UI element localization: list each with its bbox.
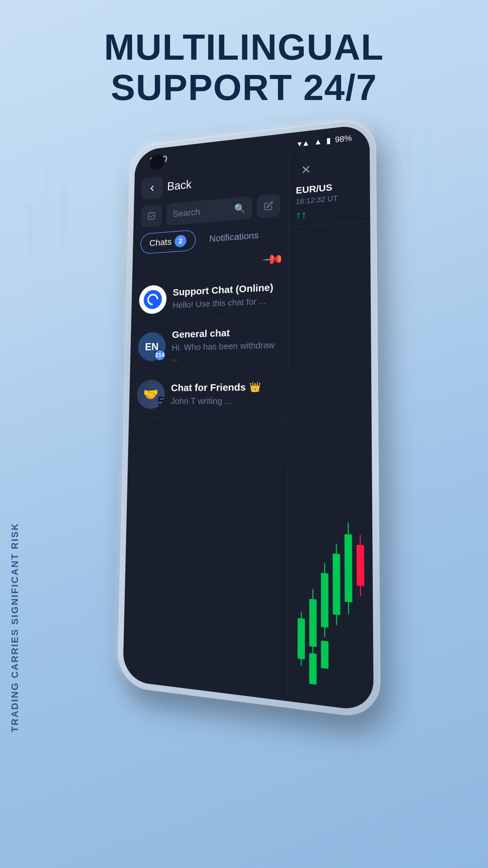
avatar-support: [139, 284, 167, 314]
chat-info-friends: Chat for Friends 👑 John T writing ...: [171, 381, 280, 406]
avatar-friends: 🤝 5: [137, 379, 165, 409]
chat-info-support: Support Chat (Online) Hello! Use this ch…: [172, 281, 280, 310]
svg-rect-18: [424, 129, 430, 183]
svg-rect-25: [309, 599, 317, 647]
headline: MULTILINGUAL SUPPORT 24/7: [0, 27, 488, 108]
chat-item-support[interactable]: Support Chat (Online) Hello! Use this ch…: [131, 270, 288, 323]
svg-rect-4: [46, 163, 48, 176]
tab-chats-label: Chats: [149, 237, 172, 248]
friends-badge: 5: [158, 394, 165, 409]
phone-device: 9:30 ▾▲ ▲ ▮ 98%: [117, 117, 381, 720]
friends-avatar-emoji: 🤝: [143, 387, 159, 402]
app-content: Back Search 🔍: [123, 145, 374, 706]
phone-outer-shell: 9:30 ▾▲ ▲ ▮ 98%: [117, 117, 381, 720]
chat-preview-general: Hi. Who has been withdraw ...: [171, 340, 280, 363]
chat-preview-friends: John T writing ...: [171, 395, 280, 406]
status-icons: ▾▲ ▲ ▮ 98%: [298, 133, 352, 149]
chat-list: Support Chat (Online) Hello! Use this ch…: [123, 270, 289, 695]
compose-button[interactable]: [257, 194, 280, 218]
candle-chart: [287, 221, 374, 706]
support-logo: [143, 290, 162, 310]
svg-rect-34: [345, 534, 352, 603]
back-button[interactable]: [141, 176, 163, 200]
battery-percentage: 98%: [335, 133, 352, 144]
svg-rect-12: [390, 119, 396, 180]
chats-badge: 2: [175, 235, 186, 248]
svg-rect-2: [29, 244, 32, 258]
battery-icon: ▮: [326, 136, 331, 145]
tab-chats[interactable]: Chats 2: [140, 230, 196, 254]
avatar-general: EN 214: [138, 332, 166, 361]
chat-info-general: General chat Hi. Who has been withdraw .…: [171, 326, 280, 363]
svg-rect-3: [44, 176, 50, 231]
chat-preview-support: Hello! Use this chat for ...: [172, 295, 280, 310]
back-label: Back: [167, 178, 192, 194]
support-logo-inner: [145, 292, 161, 308]
svg-rect-41: [321, 640, 329, 669]
general-badge: 214: [154, 349, 165, 361]
svg-rect-22: [298, 618, 305, 659]
trading-panel: ✕ EUR/US 16:12:32 UT ↑↑: [287, 145, 374, 706]
svg-rect-40: [309, 653, 317, 685]
headline-line1: MULTILINGUAL: [0, 27, 488, 67]
close-icon: ✕: [301, 162, 311, 177]
trading-header: ✕ EUR/US 16:12:32 UT ↑↑: [289, 145, 370, 228]
signal-icon: ▲: [314, 137, 322, 147]
svg-rect-19: [426, 112, 428, 129]
search-icon: 🔍: [234, 202, 246, 214]
chat-name-friends: Chat for Friends 👑: [171, 381, 279, 393]
trend-arrows-icon: ↑↑: [296, 204, 363, 222]
svg-rect-0: [27, 203, 33, 244]
close-button[interactable]: ✕: [296, 159, 317, 181]
svg-rect-6: [61, 197, 67, 231]
tab-notifications-label: Notifications: [209, 230, 259, 244]
side-disclaimer: TRADING CARRIES SIGNIFICANT RISK: [9, 522, 20, 732]
headline-line2: SUPPORT 24/7: [0, 67, 488, 108]
svg-rect-16: [409, 129, 411, 142]
svg-rect-7: [63, 183, 65, 197]
svg-rect-31: [333, 553, 341, 615]
checkbox-button[interactable]: [141, 204, 162, 228]
svg-rect-1: [29, 186, 32, 197]
svg-rect-37: [357, 545, 364, 586]
svg-rect-28: [321, 573, 328, 628]
search-placeholder: Search: [172, 204, 230, 219]
svg-rect-17: [409, 183, 411, 198]
svg-rect-8: [63, 231, 65, 251]
svg-rect-5: [46, 231, 48, 248]
chat-panel: Back Search 🔍: [123, 154, 289, 695]
chat-name-support: Support Chat (Online): [172, 281, 280, 298]
svg-rect-20: [426, 183, 428, 202]
crown-icon: 👑: [249, 381, 261, 393]
phone-screen: 9:30 ▾▲ ▲ ▮ 98%: [123, 124, 373, 712]
svg-rect-14: [392, 180, 394, 200]
wifi-icon: ▾▲: [298, 138, 310, 149]
chat-item-friends[interactable]: 🤝 5 Chat for Friends 👑 John T writing ..…: [129, 370, 288, 418]
chat-item-general[interactable]: EN 214 General chat Hi. Who has been wit…: [130, 317, 288, 372]
chat-name-general: General chat: [172, 326, 280, 340]
svg-rect-15: [407, 142, 413, 183]
